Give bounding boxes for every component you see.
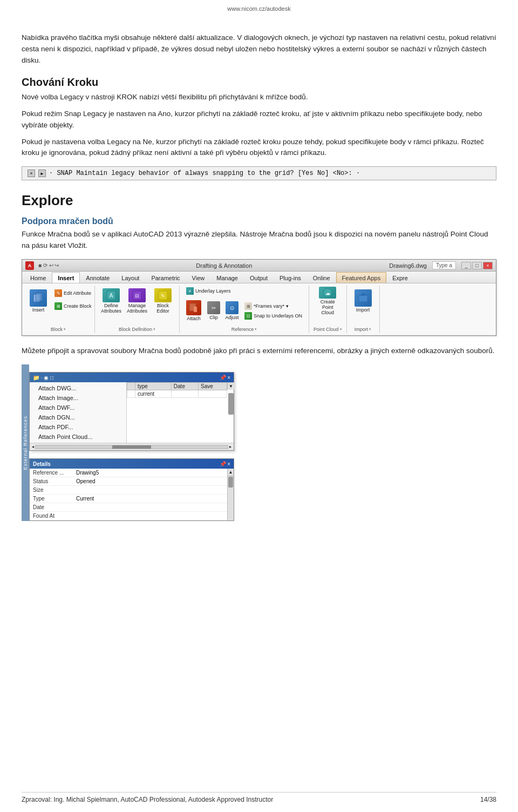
clip-button[interactable]: ✂ Clip — [206, 296, 222, 326]
tab-online[interactable]: Online — [307, 272, 336, 283]
underlay-layers-icon: ≡ — [186, 287, 194, 295]
ribbon-window-buttons[interactable]: _ □ × — [461, 262, 493, 269]
tab-plugins[interactable]: Plug-ins — [274, 272, 307, 283]
ribbon-title-center: Drafting & Annotation — [196, 262, 252, 269]
xref-col-date: Date — [171, 383, 198, 390]
manage-attributes-button[interactable]: ⊟ ManageAttributes — [125, 287, 149, 316]
paragraph-4: Pokud je nastavena volba Legacy na Ne, k… — [22, 137, 496, 159]
svg-text:A: A — [110, 293, 113, 299]
details-label-foundat: Found At — [30, 512, 73, 520]
adjust-icon: ⊙ — [226, 301, 238, 314]
context-title-close[interactable]: × — [227, 375, 230, 381]
hscroll-thumb[interactable] — [112, 445, 151, 449]
ext-references-vertical-tab[interactable]: External References — [22, 364, 29, 521]
details-scroll-thumb[interactable] — [228, 477, 233, 488]
details-title-btns: 📌 × — [220, 461, 230, 467]
tab-featured-apps[interactable]: Featured Apps — [336, 272, 387, 283]
ribbon-titlebar-left: A ■ ⟳ ↩ ↪ — [25, 261, 59, 270]
hscroll-left-arrow[interactable]: ◂ — [32, 444, 34, 449]
scroll-thumb[interactable] — [228, 393, 234, 415]
underlay-layers-button[interactable]: ≡ Underlay Layers — [184, 287, 233, 295]
create-point-cloud-button[interactable]: ☁ CreatePoint Cloud — [316, 287, 339, 316]
manage-attributes-label: ManageAttributes — [127, 303, 147, 314]
details-label-type: Type — [30, 495, 73, 503]
ribbon-group-import-label: Import ▾ — [355, 327, 372, 332]
context-area-wrapper: External References 📁 · ◉ □ 📌 × Attac — [22, 364, 496, 521]
details-value-foundat — [73, 512, 227, 520]
ribbon-group-pointcloud-content: ☁ CreatePoint Cloud — [316, 287, 339, 326]
edit-attribute-icon: ✎ — [54, 289, 62, 297]
reference-group-arrow[interactable]: ▾ — [255, 327, 257, 331]
tab-annotate[interactable]: Annotate — [80, 272, 115, 283]
details-row-type: Type Current — [30, 495, 227, 503]
attach-pdf-item[interactable]: Attach PDF... — [30, 422, 126, 432]
details-title-close[interactable]: × — [227, 461, 230, 467]
details-scroll-up[interactable]: ▲ — [228, 469, 234, 476]
scroll-down-arrow[interactable]: ▼ — [228, 382, 234, 390]
details-row-size: Size — [30, 486, 227, 495]
svg-marker-13 — [361, 293, 365, 295]
xref-scrollbar-vertical[interactable]: ▲ ▼ — [227, 382, 234, 390]
attach-dgn-item[interactable]: Attach DGN... — [30, 412, 126, 422]
create-point-cloud-icon: ☁ — [319, 287, 336, 299]
pointcloud-group-arrow[interactable]: ▾ — [340, 327, 342, 331]
blockdef-group-arrow[interactable]: ▾ — [153, 327, 155, 331]
context-menu-title-btns: 📌 × — [220, 375, 230, 381]
paragraph-5: Funkce Mračna bodů se v aplikaci AutoCAD… — [22, 229, 496, 252]
tab-expre[interactable]: Expre — [386, 272, 414, 283]
close-button[interactable]: × — [483, 262, 493, 269]
snap-underlays-label: Snap to Underlays ON — [254, 313, 302, 319]
context-panels-wrapper: 📁 · ◉ □ 📌 × Attach DWG... Attach Image..… — [29, 364, 234, 521]
tab-manage[interactable]: Manage — [210, 272, 244, 283]
details-value-date — [73, 503, 227, 512]
details-value-size — [73, 486, 227, 495]
hscroll-track[interactable] — [35, 445, 228, 449]
ribbon-group-block-definition: A DefineAttributes ⊟ ManageAttributes ✎ — [95, 286, 180, 333]
details-row-reference: Reference ... Drawing5 — [30, 469, 227, 477]
frames-vary-button[interactable]: ⊞ *Frames vary* ▾ — [242, 302, 304, 310]
details-title-pin[interactable]: 📌 — [220, 461, 226, 467]
ext-references-tab-label: External References — [23, 416, 28, 470]
details-table: Reference ... Drawing5 Status Opened Siz… — [30, 469, 227, 520]
attach-button[interactable]: Attach — [184, 296, 203, 326]
minimize-button[interactable]: _ — [461, 262, 471, 269]
tab-layout[interactable]: Layout — [115, 272, 145, 283]
block-editor-button[interactable]: ✎ BlockEditor — [151, 287, 175, 316]
xref-row-save — [199, 390, 227, 398]
attach-dwf-item[interactable]: Attach DWF... — [30, 403, 126, 412]
svg-marker-9 — [194, 307, 197, 312]
attach-image-item[interactable]: Attach Image... — [30, 393, 126, 403]
paragraph-6: Můžete připojit a spravovat soubory Mrač… — [22, 346, 496, 357]
tab-home[interactable]: Home — [24, 272, 52, 283]
command-text: · SNAP Maintain legacy behavior of alway… — [49, 170, 360, 177]
restore-button[interactable]: □ — [472, 262, 482, 269]
attach-label: Attach — [187, 316, 201, 322]
define-attributes-button[interactable]: A DefineAttributes — [99, 287, 123, 316]
tab-insert[interactable]: Insert — [52, 272, 80, 283]
import-group-arrow[interactable]: ▾ — [369, 327, 371, 331]
details-scrollbar[interactable]: ▲ — [227, 469, 234, 520]
ribbon-group-block: Insert ✎ Edit Attribute ⊞ Create Block — [22, 286, 95, 333]
adjust-button[interactable]: ⊙ Adjust — [224, 296, 240, 326]
tab-output[interactable]: Output — [244, 272, 274, 283]
hscroll-right-arrow[interactable]: ▸ — [229, 444, 231, 449]
context-title-pin[interactable]: 📌 — [220, 375, 226, 381]
tab-view[interactable]: View — [186, 272, 211, 283]
edit-attribute-button[interactable]: ✎ Edit Attribute — [52, 287, 90, 300]
cmd-icon-x: × — [28, 170, 35, 177]
details-value-type: Current — [73, 495, 227, 503]
attach-point-cloud-item[interactable]: Attach Point Cloud... — [30, 432, 126, 442]
create-block-button[interactable]: ⊞ Create Block — [52, 300, 90, 313]
create-block-label: Create Block — [64, 303, 92, 309]
details-value-status: Opened — [73, 477, 227, 486]
block-stacked-btns: ✎ Edit Attribute ⊞ Create Block — [52, 287, 90, 313]
snap-underlays-button[interactable]: ⊡ Snap to Underlays ON — [242, 312, 304, 320]
attach-dwg-item[interactable]: Attach DWG... — [30, 383, 126, 393]
import-button[interactable]: Import — [351, 287, 375, 316]
tab-parametric[interactable]: Parametric — [145, 272, 186, 283]
insert-button[interactable]: Insert — [26, 287, 50, 316]
block-group-arrow[interactable]: ▾ — [64, 327, 66, 331]
xref-scrollbar-horizontal[interactable]: ◂ ▸ — [30, 443, 234, 450]
context-menu-panel: 📁 · ◉ □ 📌 × Attach DWG... Attach Image..… — [29, 372, 234, 451]
page: www.nicom.cz/autodesk Nabídka pravého tl… — [0, 0, 518, 812]
